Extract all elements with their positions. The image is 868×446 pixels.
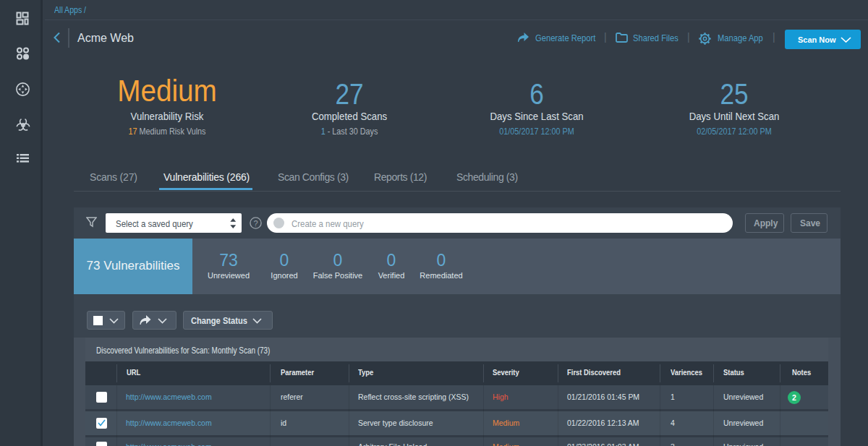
svg-text:?: ?	[253, 219, 258, 228]
